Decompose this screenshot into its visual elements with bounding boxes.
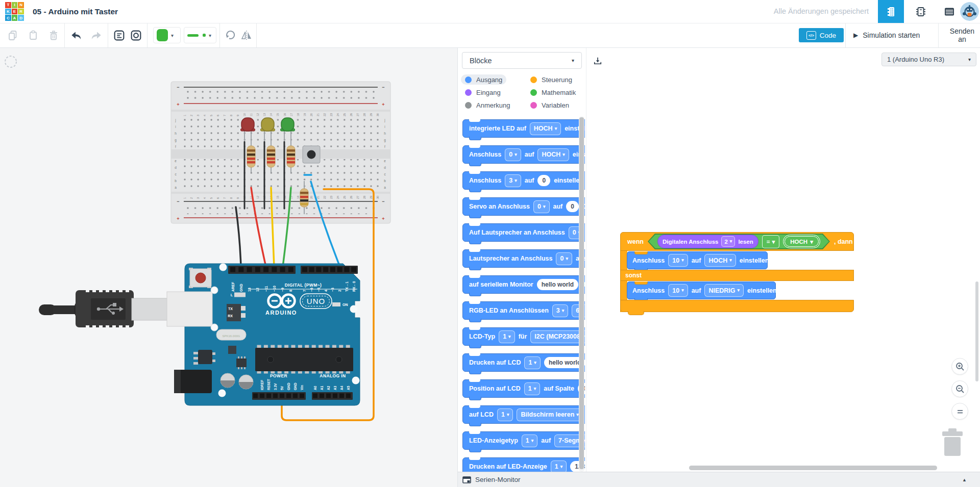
breadboard-view-button[interactable]	[878, 0, 904, 23]
pushbutton[interactable]	[303, 146, 320, 163]
svg-text:f: f	[175, 145, 176, 148]
serial-monitor-bar[interactable]: Serien-Monitor ▲	[458, 472, 980, 487]
paste-button[interactable]	[27, 29, 40, 42]
chevron-down-icon: ▾	[508, 335, 511, 339]
zoom-fit-button[interactable]	[951, 403, 968, 420]
dropdown[interactable]: 10▾	[668, 254, 688, 267]
dropdown[interactable]: NIEDRIG▾	[704, 284, 744, 297]
component-color-dropdown[interactable]: ▾	[153, 27, 181, 43]
value-input[interactable]: hello world	[537, 279, 578, 290]
dropdown[interactable]: 1▾	[499, 330, 514, 343]
dropdown[interactable]: HOCH▾	[530, 122, 561, 135]
chevron-down-icon: ▾	[514, 152, 517, 157]
category-label: Eingang	[476, 89, 501, 96]
dropdown[interactable]: 0▾	[533, 200, 549, 213]
palette-block[interactable]: Lautsprecher an Anschluss0▾ausschalten	[462, 249, 585, 268]
dropdown[interactable]: 3▾	[505, 174, 521, 187]
rotate-button[interactable]	[224, 29, 237, 42]
copy-button[interactable]	[6, 29, 19, 42]
palette-scrollbar[interactable]	[579, 116, 584, 472]
component-list-view-button[interactable]	[938, 0, 961, 23]
dropdown[interactable]: 1▾	[522, 434, 537, 447]
value-input[interactable]: 0	[537, 175, 550, 186]
comparison-value-dropdown[interactable]: HOCH ▾	[783, 235, 820, 248]
dropdown[interactable]: I2C (MCP23008)▾	[530, 330, 585, 343]
digital-read-reporter[interactable]: Digitalen Anschluss 2 ▾ lesen	[657, 235, 758, 248]
pin-dropdown[interactable]: 2 ▾	[721, 236, 735, 247]
schematic-view-button[interactable]	[908, 0, 934, 23]
undo-button[interactable]	[69, 29, 83, 42]
share-button[interactable]: Senden an	[944, 23, 980, 47]
palette-scrollbar-thumb[interactable]	[579, 117, 584, 469]
workspace-horizontal-scrollbar[interactable]	[689, 466, 937, 470]
delete-button[interactable]	[47, 29, 60, 42]
zoom-out-button[interactable]	[951, 380, 968, 397]
dropdown[interactable]: 1▾	[551, 460, 567, 472]
category-eingang[interactable]: Eingang	[461, 87, 505, 97]
board-select[interactable]: 1 (Arduino Uno R3) ▾	[881, 53, 976, 66]
palette-block[interactable]: Anschluss3▾auf0einstellen	[462, 171, 585, 190]
svg-text:25: 25	[343, 196, 346, 199]
avatar[interactable]	[960, 2, 979, 21]
notes-button[interactable]	[112, 29, 126, 42]
code-button[interactable]: </> Code	[799, 28, 844, 42]
category-variablen[interactable]: Variablen	[526, 100, 573, 110]
mirror-button[interactable]	[240, 29, 253, 42]
wire-style-dropdown[interactable]: ▾	[184, 27, 216, 43]
palette-block[interactable]: auf LCD1▾Bildschirm leeren▾	[462, 405, 585, 424]
logo-letter: I	[12, 2, 18, 8]
redo-button[interactable]	[90, 29, 103, 42]
dropdown-value: 0	[560, 255, 564, 262]
tinkercad-logo[interactable]: TINKERCAD	[5, 2, 24, 21]
dropdown[interactable]: 10▾	[668, 284, 688, 297]
palette-block[interactable]: LCD-Typ1▾fürI2C (MCP23008)▾	[462, 327, 585, 346]
category-anmerkung[interactable]: Anmerkung	[461, 100, 514, 110]
dropdown[interactable]: 1▾	[497, 408, 513, 421]
circuit-drawing[interactable]: 1122334455667788991010111112121313141415…	[0, 41, 458, 487]
reset-button[interactable]	[189, 268, 211, 288]
else-bar[interactable]: sonst	[620, 270, 854, 281]
palette-block[interactable]: Drucken auf LED-Anzeige1▾1234	[462, 457, 585, 472]
program-if-else-block[interactable]: wenn Digitalen Anschluss 2 ▾ lesen = ▾	[620, 232, 854, 317]
arduino-uno[interactable]: AREFGND1312~11~10~987~6~54~32TX→1RX←0IOR…	[167, 264, 360, 406]
label-button[interactable]	[129, 29, 142, 42]
workspace-vertical-scrollbar[interactable]	[975, 281, 978, 381]
dropdown[interactable]: HOCH▾	[537, 148, 569, 161]
dropdown[interactable]: 1▾	[524, 382, 540, 395]
block-trash[interactable]	[941, 427, 964, 459]
breadboard[interactable]: 1122334455667788991010111112121313141415…	[171, 82, 390, 223]
dropdown[interactable]: 1▾	[524, 356, 540, 369]
editor-mode-select[interactable]: Blöcke ▾	[462, 52, 582, 69]
dropdown[interactable]: Bildschirm leeren▾	[517, 408, 582, 421]
palette-block[interactable]: RGB-LED an Anschlüssen3▾6▾	[462, 301, 585, 320]
zoom-in-button[interactable]	[951, 358, 968, 375]
palette-block[interactable]: integrierte LED aufHOCH▾einstellen	[462, 119, 585, 138]
category-mathematik[interactable]: Mathematik	[526, 87, 580, 97]
palette-block[interactable]: LED-Anzeigetyp1▾auf7-Segment-Anzeige▾	[462, 431, 585, 450]
palette-block[interactable]: auf seriellem Monitorhello worlddrucken	[462, 275, 585, 294]
palette-block[interactable]: Anschluss0▾aufHOCH▾einstellen	[462, 145, 585, 164]
start-simulation-button[interactable]: ▶ Simulation starten	[850, 23, 923, 47]
palette-block[interactable]: Auf Lautsprecher an Anschluss0▾Ton	[462, 223, 585, 242]
dropdown[interactable]: 3▾	[552, 304, 568, 317]
palette-block[interactable]: Drucken auf LCD1▾hello world	[462, 353, 585, 372]
if-block-footer[interactable]	[620, 300, 854, 312]
usb-cable[interactable]	[39, 289, 168, 328]
download-code-button[interactable]	[590, 53, 605, 68]
pan-control-icon[interactable]	[5, 56, 16, 67]
if-block-header[interactable]: wenn Digitalen Anschluss 2 ▾ lesen = ▾	[620, 232, 854, 251]
category-steuerung[interactable]: Steuerung	[526, 74, 576, 85]
palette-block[interactable]: Position auf LCD1▾auf Spalte0	[462, 379, 585, 398]
comparison-block[interactable]: Digitalen Anschluss 2 ▾ lesen = ▾ HOCH	[649, 235, 829, 248]
chevron-up-icon[interactable]: ▲	[962, 477, 967, 482]
category-ausgang[interactable]: Ausgang	[461, 74, 506, 85]
operator-dropdown[interactable]: = ▾	[762, 235, 780, 248]
set-pin-block[interactable]: Anschluss10▾aufNIEDRIG▾einstellen	[627, 281, 776, 299]
dropdown[interactable]: 0▾	[505, 148, 521, 161]
svg-text:21: 21	[316, 196, 320, 199]
dropdown[interactable]: HOCH▾	[704, 254, 736, 267]
value-input[interactable]: 0	[566, 201, 579, 212]
palette-block[interactable]: Servo an Anschluss0▾auf0Grad	[462, 197, 585, 216]
dropdown[interactable]: 0▾	[556, 252, 572, 265]
set-pin-block[interactable]: Anschluss10▾aufHOCH▾einstellen	[627, 251, 768, 269]
